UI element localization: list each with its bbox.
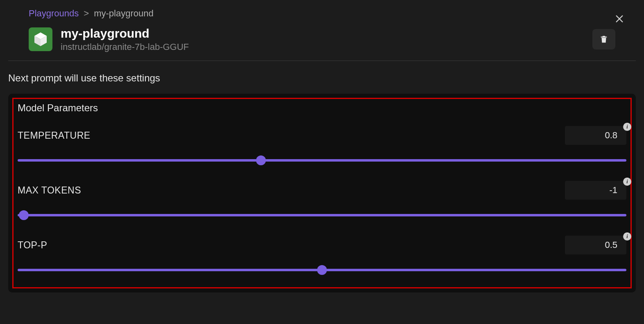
param-top-p: TOP-P 0.5 i [18, 236, 626, 275]
cube-icon [32, 31, 49, 47]
param-value-text: -1 [609, 185, 617, 195]
playground-cube-icon [29, 27, 52, 51]
slider-thumb[interactable] [19, 210, 29, 220]
trash-icon [599, 34, 608, 44]
param-label-top-p: TOP-P [18, 240, 47, 251]
settings-message: Next prompt will use these settings [0, 61, 644, 94]
page-subtitle: instructlab/granite-7b-lab-GGUF [61, 42, 584, 52]
header-divider [8, 61, 636, 61]
title-row: my-playground instructlab/granite-7b-lab… [29, 26, 615, 61]
param-head: MAX TOKENS -1 i [18, 181, 626, 200]
param-value-text: 0.5 [605, 240, 617, 250]
header: Playgrounds > my-playground my-playgroun… [0, 0, 644, 61]
param-temperature: TEMPERATURE 0.8 i [18, 126, 626, 165]
parameters-panel: Model Parameters TEMPERATURE 0.8 i MAX T… [12, 98, 632, 288]
breadcrumb: Playgrounds > my-playground [29, 8, 615, 19]
slider-top-p[interactable] [18, 265, 626, 275]
param-max-tokens: MAX TOKENS -1 i [18, 181, 626, 220]
info-icon[interactable]: i [623, 232, 631, 241]
slider-temperature[interactable] [18, 155, 626, 165]
info-icon[interactable]: i [623, 178, 631, 186]
delete-button[interactable] [592, 29, 615, 50]
param-value-temperature[interactable]: 0.8 i [565, 126, 626, 145]
breadcrumb-root-link[interactable]: Playgrounds [29, 8, 79, 19]
param-head: TOP-P 0.5 i [18, 236, 626, 254]
param-value-top-p[interactable]: 0.5 i [565, 236, 626, 254]
playground-settings-page: Playgrounds > my-playground my-playgroun… [0, 0, 644, 324]
param-label-max-tokens: MAX TOKENS [18, 185, 81, 196]
param-value-max-tokens[interactable]: -1 i [565, 181, 626, 200]
slider-thumb[interactable] [256, 155, 266, 165]
param-label-temperature: TEMPERATURE [18, 130, 91, 141]
breadcrumb-separator: > [84, 8, 89, 19]
close-button[interactable] [611, 11, 628, 27]
param-value-text: 0.8 [605, 130, 617, 140]
breadcrumb-current: my-playground [94, 8, 154, 19]
title-text-block: my-playground instructlab/granite-7b-lab… [61, 26, 584, 52]
page-title: my-playground [61, 26, 584, 41]
close-icon [615, 14, 624, 23]
parameters-panel-wrap: Model Parameters TEMPERATURE 0.8 i MAX T… [8, 94, 636, 292]
parameters-panel-title: Model Parameters [18, 102, 626, 114]
info-icon[interactable]: i [623, 123, 631, 131]
slider-max-tokens[interactable] [18, 210, 626, 220]
slider-track [18, 159, 626, 162]
slider-track [18, 214, 626, 216]
slider-thumb[interactable] [317, 265, 327, 275]
param-head: TEMPERATURE 0.8 i [18, 126, 626, 145]
